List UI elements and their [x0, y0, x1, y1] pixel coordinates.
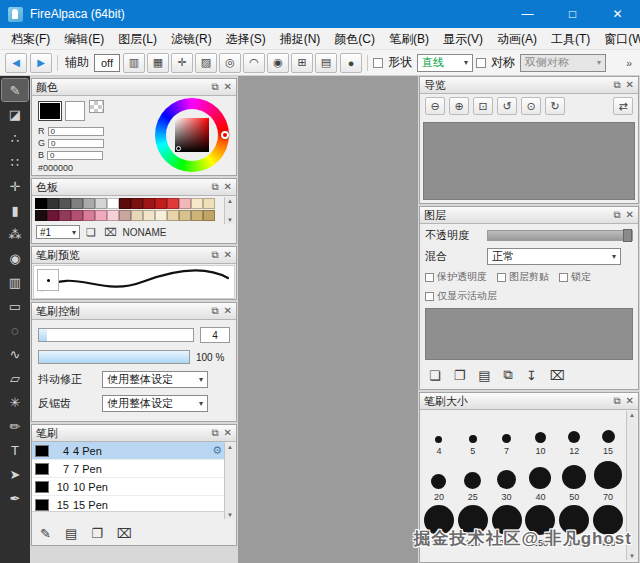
- red-value-input[interactable]: 0: [48, 127, 104, 136]
- scroll-up-icon[interactable]: ▲: [227, 444, 233, 450]
- menu-item-5[interactable]: 捕捉(N): [273, 28, 328, 50]
- brush-size-option[interactable]: 15: [591, 412, 625, 458]
- palette-swatch[interactable]: [35, 210, 47, 221]
- palette-swatch[interactable]: [119, 198, 131, 209]
- menu-item-10[interactable]: 工具(T): [544, 28, 597, 50]
- scroll-down-icon[interactable]: ▼: [629, 553, 635, 559]
- palette-swatch[interactable]: [155, 210, 167, 221]
- palette-swatch[interactable]: [191, 198, 203, 209]
- correction-select[interactable]: 使用整体设定 ▾: [102, 371, 208, 388]
- brush-size-option[interactable]: 7: [490, 412, 524, 458]
- clipping-checkbox[interactable]: [497, 273, 506, 282]
- symmetry-select[interactable]: 双侧对称 ▾: [520, 54, 606, 72]
- palette-swatch[interactable]: [95, 210, 107, 221]
- menu-item-8[interactable]: 显示(V): [436, 28, 490, 50]
- menu-item-9[interactable]: 动画(A): [490, 28, 544, 50]
- brush-size-option[interactable]: 25: [456, 458, 490, 504]
- maximize-button[interactable]: □: [550, 0, 595, 28]
- tool-select-rect[interactable]: ▭: [2, 295, 28, 317]
- add-brush-icon[interactable]: ✎: [40, 526, 51, 541]
- brush-opacity-slider[interactable]: [38, 350, 190, 364]
- delete-brush-icon[interactable]: ⌧: [117, 526, 132, 541]
- menu-item-0[interactable]: 档案(F): [4, 28, 57, 50]
- float-icon[interactable]: ⧉: [613, 210, 620, 220]
- palette-swatch[interactable]: [143, 198, 155, 209]
- tool-dot-pen[interactable]: ∷: [2, 151, 28, 173]
- snap-ring-button[interactable]: ◉: [267, 53, 289, 73]
- sv-indicator[interactable]: [176, 146, 181, 151]
- copy-brush-icon[interactable]: ❐: [91, 526, 103, 541]
- palette-swatch[interactable]: [167, 210, 179, 221]
- tool-select-poly[interactable]: ▱: [2, 367, 28, 389]
- brush-size-option[interactable]: 70: [591, 458, 625, 504]
- snap-cross-button[interactable]: ✛: [171, 53, 193, 73]
- tool-move[interactable]: ✛: [2, 175, 28, 197]
- hue-indicator[interactable]: [221, 131, 229, 139]
- brush-row[interactable]: 1515 Pen: [32, 496, 225, 512]
- brush-size-slider[interactable]: [38, 328, 194, 342]
- close-icon[interactable]: ✕: [224, 182, 232, 192]
- tool-text[interactable]: T: [2, 439, 28, 461]
- brush-settings-icon[interactable]: ⚙: [212, 444, 222, 457]
- palette-swatch[interactable]: [131, 210, 143, 221]
- step-forward-button[interactable]: ▶: [30, 53, 52, 73]
- protect-alpha-checkbox[interactable]: [425, 273, 434, 282]
- navigator-preview[interactable]: [423, 122, 635, 200]
- tool-lasso[interactable]: ∿: [2, 343, 28, 365]
- close-icon[interactable]: ✕: [224, 82, 232, 92]
- show-active-only-checkbox[interactable]: [425, 292, 434, 301]
- step-back-button[interactable]: ◀: [5, 53, 27, 73]
- tool-magic-wand[interactable]: ✳: [2, 391, 28, 413]
- zoom-out-button[interactable]: ⊖: [425, 97, 445, 115]
- menu-item-1[interactable]: 编辑(E): [57, 28, 111, 50]
- palette-swatch[interactable]: [167, 198, 179, 209]
- palette-delete-icon[interactable]: ⌧: [104, 226, 117, 239]
- float-icon[interactable]: ⧉: [211, 182, 218, 192]
- flip-button[interactable]: ⇄: [613, 97, 633, 115]
- snap-diagonal-button[interactable]: ▨: [195, 53, 217, 73]
- float-icon[interactable]: ⧉: [613, 396, 620, 406]
- brush-list-scrollbar[interactable]: ▲ ▼: [224, 443, 235, 519]
- scroll-up-icon[interactable]: ▲: [629, 412, 635, 418]
- canvas[interactable]: [238, 76, 418, 563]
- float-icon[interactable]: ⧉: [613, 80, 620, 90]
- menu-item-4[interactable]: 选择(S): [219, 28, 273, 50]
- close-icon[interactable]: ✕: [626, 80, 634, 90]
- tool-brush[interactable]: ✎: [2, 79, 28, 101]
- transparent-color-button[interactable]: [89, 100, 104, 113]
- hex-color-value[interactable]: #000000: [38, 163, 73, 173]
- palette-swatch[interactable]: [47, 198, 59, 209]
- palette-swatch[interactable]: [119, 210, 131, 221]
- brush-size-option[interactable]: 5: [456, 412, 490, 458]
- blue-value-input[interactable]: 0: [47, 151, 103, 160]
- tool-gradient[interactable]: ▥: [2, 271, 28, 293]
- brush-row[interactable]: 77 Pen: [32, 460, 225, 478]
- close-icon[interactable]: ✕: [224, 306, 232, 316]
- scroll-down-icon[interactable]: ▼: [227, 512, 233, 518]
- tool-eraser[interactable]: ◪: [2, 103, 28, 125]
- close-button[interactable]: ✕: [595, 0, 640, 28]
- tool-pointer[interactable]: ➤: [2, 463, 28, 485]
- color-wheel[interactable]: [155, 98, 229, 172]
- menu-item-11[interactable]: 窗口(W): [597, 28, 640, 50]
- palette-swatch[interactable]: [179, 198, 191, 209]
- palette-swatch[interactable]: [203, 198, 215, 209]
- palette-swatch[interactable]: [107, 198, 119, 209]
- snap-lines-button[interactable]: ▤: [315, 53, 337, 73]
- brush-size-option[interactable]: 50: [557, 458, 591, 504]
- new-layer-copy-icon[interactable]: ❐: [454, 368, 466, 383]
- rotate-reset-button[interactable]: ⊙: [521, 97, 541, 115]
- tool-select-ellipse[interactable]: ◌: [2, 319, 28, 341]
- close-icon[interactable]: ✕: [626, 396, 634, 406]
- brush-size-option[interactable]: 4: [422, 412, 456, 458]
- brush-size-option[interactable]: 20: [422, 458, 456, 504]
- palette-swatch[interactable]: [71, 198, 83, 209]
- scroll-down-icon[interactable]: ▼: [227, 217, 233, 223]
- antialias-select[interactable]: 使用整体设定 ▾: [102, 395, 208, 412]
- minimize-button[interactable]: —: [505, 0, 550, 28]
- palette-swatch[interactable]: [71, 210, 83, 221]
- brush-size-option[interactable]: 30: [490, 458, 524, 504]
- float-icon[interactable]: ⧉: [211, 250, 218, 260]
- snap-parallel-button[interactable]: ▥: [123, 53, 145, 73]
- palette-swatch[interactable]: [203, 210, 215, 221]
